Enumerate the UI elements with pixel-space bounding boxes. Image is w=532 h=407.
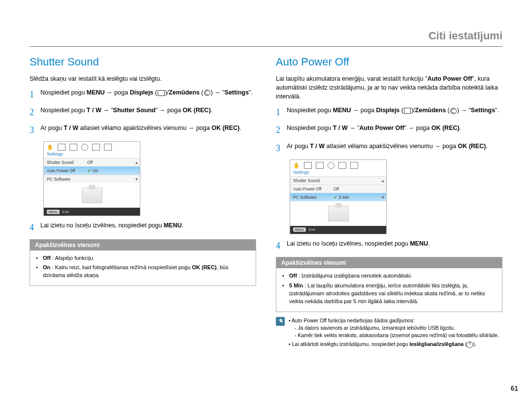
submenu-title: Apakšizvēlnes vienumi (276, 257, 502, 268)
page-header: Citi iestatījumi (30, 30, 502, 47)
step-4: 4 Lai izietu no īsceļu izvēlnes, nospied… (30, 221, 256, 234)
rect-icon (69, 144, 77, 151)
list-item: 5 Min : Lai taupītu akumulatora enerģiju… (282, 282, 496, 306)
down-arrow-icon: ▾ (133, 177, 140, 182)
menu-footer: Menu Exit (44, 208, 140, 216)
tool-icon (92, 144, 100, 151)
step-number: 3 (30, 124, 40, 136)
step-number: 3 (276, 142, 287, 155)
menu-icon-row (290, 160, 386, 170)
grid-icon (104, 144, 112, 151)
intro-text: Slēdža skaņu var iestatīt kā ieslēgtu va… (30, 74, 256, 83)
menu-icon-row (44, 142, 140, 152)
menu-row: PC Software ▾ (44, 175, 140, 183)
right-column: Auto Power Off Lai taupītu akumulatora e… (276, 56, 502, 349)
step-number: 2 (30, 106, 40, 119)
note-body: Auto Power Off funkcija nedarbojas šādos… (289, 317, 499, 350)
step-1: 1 Nospiediet pogu MENU → poga Displejs (… (30, 88, 256, 101)
tool-icon (338, 162, 346, 169)
step-2: 2 Nospiediet pogu T / W → "Auto Power Of… (276, 124, 502, 136)
section-title-apo: Auto Power Off (276, 56, 502, 68)
menu-badge: Menu (293, 227, 306, 232)
menu-badge: Menu (47, 210, 60, 214)
list-item: Off : Atspējo funkciju. (36, 254, 250, 262)
step-3: 3 Ar pogu T / W atlasiet vēlamo apakšizv… (276, 142, 502, 155)
menu-footer: Menu Exit (290, 226, 386, 234)
camera-menu-graphic: Settings Shutter Sound Off ▴ Auto Power … (43, 141, 140, 216)
step-number: 1 (276, 106, 287, 119)
menu-row: Auto Power Off Off (290, 185, 386, 193)
step-number: 1 (30, 88, 40, 101)
steps-list: 1 Nospiediet pogu MENU → poga Displejs (… (30, 88, 256, 136)
up-arrow-icon: ▴ (379, 178, 386, 183)
note-block: ✎ Auto Power Off funkcija nedarbojas šād… (276, 317, 502, 350)
grid-icon (350, 162, 358, 169)
menu-row-selected: PC Software ✔5 Min ▾ (290, 193, 386, 201)
menu-row-selected: Auto Power Off ✔On (44, 166, 140, 175)
settings-label: Settings (290, 170, 386, 176)
camera-thumb-icon (328, 206, 349, 221)
hand-icon (293, 162, 300, 168)
step-number: 2 (276, 124, 287, 136)
mode-icon (328, 162, 334, 169)
info-icon: ✎ (276, 317, 285, 326)
step-1: 1 Nospiediet pogu MENU → poga Displejs (… (276, 106, 502, 119)
step-number: 4 (276, 239, 287, 252)
section-title-shutter: Shutter Sound (30, 56, 256, 68)
steps-list-cont: 4 Lai izietu no īsceļu izvēlnes, nospied… (276, 239, 502, 252)
thumbnail-area (44, 183, 140, 208)
submenu-box: Apakšizvēlnes vienumi Off : Atspējo funk… (30, 239, 256, 286)
submenu-list: Off : Izstrādājuma izslēgšana nenotiek a… (282, 272, 496, 306)
submenu-list: Off : Atspējo funkciju. On : Katru reizi… (36, 254, 250, 280)
camera-menu-graphic: Settings Shutter Sound ▴ Auto Power Off … (290, 159, 387, 234)
display-icon (404, 108, 411, 114)
underwater-icon (204, 90, 210, 96)
power-icon (466, 342, 473, 348)
up-arrow-icon: ▴ (133, 160, 140, 165)
check-icon: ✔ (87, 168, 91, 173)
submenu-title: Apakšizvēlnes vienumi (30, 240, 256, 250)
settings-label: Settings (44, 152, 140, 158)
step-2: 2 Nospiediet pogu T / W → "Shutter Sound… (30, 106, 256, 119)
manual-page: Citi iestatījumi Shutter Sound Slēdža sk… (0, 0, 532, 407)
camera-thumb-icon (82, 188, 102, 203)
columns: Shutter Sound Slēdža skaņu var iestatīt … (30, 56, 502, 349)
left-column: Shutter Sound Slēdža skaņu var iestatīt … (30, 56, 256, 349)
display-icon (158, 90, 165, 96)
rect-icon (58, 144, 66, 151)
step-3: 3 Ar pogu T / W atlasiet vēlamo apakšizv… (30, 124, 256, 136)
step-4: 4 Lai izietu no īsceļu izvēlnes, nospied… (276, 239, 502, 252)
underwater-icon (450, 108, 457, 114)
steps-list-cont: 4 Lai izietu no īsceļu izvēlnes, nospied… (30, 221, 256, 234)
thumbnail-area (290, 201, 386, 226)
rect-icon (316, 162, 324, 169)
rect-icon (304, 162, 312, 169)
steps-list: 1 Nospiediet pogu MENU → poga Displejs (… (276, 106, 502, 154)
mode-icon (81, 144, 88, 151)
check-icon: ✔ (333, 195, 337, 200)
list-item: Off : Izstrādājuma izslēgšana nenotiek a… (282, 272, 496, 280)
hand-icon (47, 144, 54, 150)
submenu-box: Apakšizvēlnes vienumi Off : Izstrādājuma… (276, 257, 502, 312)
note-item: Lai atkārtoti ieslēgtu izstrādājumu, nos… (289, 341, 499, 348)
down-arrow-icon: ▾ (379, 195, 386, 200)
note-item: Auto Power Off funkcija nedarbojas šādos… (289, 317, 499, 340)
list-item: On : Katru reizi, kad fotografēšanas rež… (36, 264, 250, 280)
step-number: 4 (30, 221, 40, 234)
menu-row: Shutter Sound ▴ (290, 176, 386, 185)
menu-row: Shutter Sound Off ▴ (44, 158, 140, 166)
page-number: 61 (510, 384, 518, 392)
intro-text: Lai taupītu akumulatora enerģiju, varat … (276, 74, 502, 101)
